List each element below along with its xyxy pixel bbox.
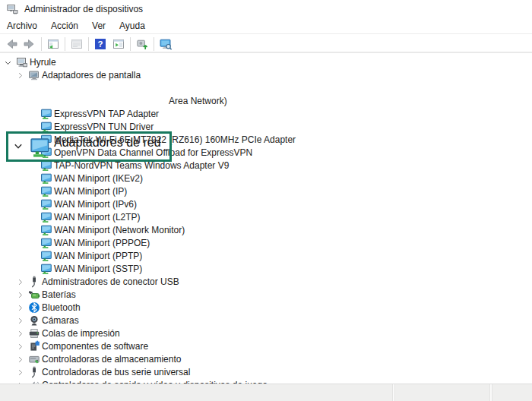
- storage-icon: [28, 353, 40, 365]
- highlight-box-adaptadores-de-red[interactable]: Adaptadores de red: [6, 131, 172, 162]
- tree-item-wan-miniport-pptp[interactable]: WAN Miniport (PPTP): [0, 250, 532, 263]
- chevron-right-icon[interactable]: [16, 368, 24, 377]
- forward-icon: [23, 37, 36, 51]
- device-tree: HyruleAdaptadores de pantallaAdaptadores…: [0, 53, 532, 384]
- tree-item-adaptadores-de-pantalla[interactable]: Adaptadores de pantalla: [0, 69, 532, 82]
- network-adapter-icon: [40, 224, 52, 236]
- toolbar-separator: [154, 37, 154, 51]
- menu-item-accion[interactable]: Acción: [44, 18, 85, 33]
- properties-icon: [70, 37, 84, 51]
- chevron-down-icon[interactable]: [4, 58, 12, 67]
- bottom-strip-divider: [392, 384, 395, 401]
- tree-item-bluetooth[interactable]: Bluetooth: [0, 302, 532, 314]
- tree-item-wan-miniport-ipv6[interactable]: WAN Miniport (IPv6): [0, 198, 532, 211]
- tree-item-label: Bluetooth: [42, 302, 81, 314]
- chevron-right-icon[interactable]: [16, 291, 24, 299]
- show-console-tree-icon: [46, 37, 60, 51]
- help-icon: ?: [93, 37, 107, 51]
- chevron-right-icon[interactable]: [16, 343, 24, 351]
- tree-item-label: WAN Miniport (L2TP): [54, 211, 141, 224]
- toolbar-separator: [88, 37, 89, 51]
- toolbar: ?: [0, 34, 532, 54]
- toolbar-group: [133, 36, 151, 52]
- bluetooth-icon: [28, 302, 40, 314]
- tree-item-wan-miniport-ip[interactable]: WAN Miniport (IP): [0, 185, 532, 198]
- chevron-right-icon[interactable]: [16, 71, 24, 80]
- tree-item-label: WAN Miniport (Network Monitor): [54, 224, 185, 237]
- tree-item-wan-miniport-ikev2[interactable]: WAN Miniport (IKEv2): [0, 172, 532, 185]
- help-button[interactable]: ?: [92, 36, 109, 52]
- battery-icon: [28, 289, 40, 301]
- network-adapter-icon: [40, 250, 52, 262]
- network-adapter-icon: [40, 185, 52, 197]
- tree-item-label: Componentes de software: [42, 340, 148, 353]
- tree-item-wan-miniport-network-monitor[interactable]: WAN Miniport (Network Monitor): [0, 224, 532, 237]
- usb-icon: [28, 276, 40, 288]
- tree-item-label: Baterías: [42, 289, 76, 302]
- device-manager-window: Administrador de dispositivos × ArchivoA…: [0, 0, 532, 401]
- toolbar-group: [157, 36, 175, 52]
- scan-hardware-changes-button[interactable]: [134, 36, 150, 52]
- toolbar-separator: [65, 37, 65, 51]
- tree-item-hyrule[interactable]: Hyrule: [0, 56, 532, 69]
- tree-item-controladoras-de-bus-serie-universal[interactable]: Controladoras de bus serie universal: [0, 366, 532, 379]
- tree-item-label: WAN Miniport (PPTP): [54, 250, 142, 263]
- menu-item-ayuda[interactable]: Ayuda: [112, 18, 152, 33]
- toolbar-separator: [130, 37, 131, 51]
- menu-item-archivo[interactable]: Archivo: [0, 18, 44, 33]
- chevron-right-icon[interactable]: [16, 278, 24, 286]
- tree-item-componentes-de-software[interactable]: Componentes de software: [0, 340, 532, 353]
- tree-item-label: WAN Miniport (IP): [54, 185, 127, 198]
- tree-item-label-partial: Area Network): [169, 95, 227, 108]
- tree-item-controladoras-de-almacenamiento[interactable]: Controladoras de almacenamiento: [0, 353, 532, 366]
- tree-item-camaras[interactable]: Cámaras: [0, 314, 532, 327]
- tree-item-label: Controladoras de bus serie universal: [42, 366, 190, 379]
- tree-item-colas-de-impresion[interactable]: Colas de impresión: [0, 327, 532, 340]
- tree-item-label: Controladoras de almacenamiento: [42, 353, 181, 366]
- tree-item-wan-miniport-pppoe[interactable]: WAN Miniport (PPPOE): [0, 237, 532, 250]
- chevron-right-icon[interactable]: [16, 355, 24, 364]
- tree-item-label: Adaptadores de red: [54, 136, 161, 150]
- svg-text:?: ?: [97, 39, 103, 49]
- usb-icon: [28, 366, 40, 378]
- title-bar: Administrador de dispositivos ×: [0, 0, 532, 18]
- show-action-pane-button[interactable]: [110, 36, 127, 52]
- bottom-strip-divider: [489, 384, 492, 401]
- device-manager-app-icon: [7, 4, 18, 15]
- chevron-right-icon[interactable]: [16, 330, 24, 338]
- back-icon: [5, 37, 18, 51]
- back-button[interactable]: [3, 36, 20, 52]
- tree-item-administradores-de-conector-usb[interactable]: Administradores de conector USB: [0, 276, 532, 289]
- tree-item-wan-miniport-sstp[interactable]: WAN Miniport (SSTP): [0, 263, 532, 276]
- chevron-down-big-icon: [13, 141, 24, 151]
- tree-item-label: WAN Miniport (IPv6): [54, 198, 137, 211]
- tree-item-wan-miniport-l2tp[interactable]: WAN Miniport (L2TP): [0, 211, 532, 224]
- tree-item-label: WAN Miniport (SSTP): [54, 263, 142, 276]
- tree-item-area-network[interactable]: Area Network): [0, 95, 532, 108]
- menu-item-ver[interactable]: Ver: [85, 18, 112, 33]
- chevron-right-icon[interactable]: [16, 304, 24, 312]
- tree-item-label: Colas de impresión: [42, 327, 120, 340]
- tree-item-label: WAN Miniport (PPPOE): [54, 237, 150, 250]
- network-adapter-icon: [40, 108, 52, 120]
- device-manager-button[interactable]: [157, 36, 174, 52]
- network-adapter-icon: [40, 263, 52, 275]
- menu-bar: ArchivoAcciónVerAyuda: [0, 18, 532, 34]
- show-console-tree-button[interactable]: [45, 36, 62, 52]
- window-title: Administrador de dispositivos: [24, 4, 143, 14]
- chevron-right-icon[interactable]: [16, 317, 24, 325]
- display-adapter-icon: [28, 69, 40, 81]
- toolbar-group: [68, 36, 86, 52]
- tree-item-label: Administradores de conector USB: [42, 276, 179, 289]
- forward-button[interactable]: [21, 36, 38, 52]
- toolbar-group: ?: [91, 36, 128, 52]
- tree-item-expressvpn-tap-adapter[interactable]: ExpressVPN TAP Adapter: [0, 108, 532, 121]
- properties-button[interactable]: [68, 36, 85, 52]
- network-adapter-icon: [40, 211, 52, 223]
- tree-item-label: WAN Miniport (IKEv2): [54, 172, 143, 185]
- network-adapter-big-icon: [30, 136, 50, 161]
- tree-item-baterias[interactable]: Baterías: [0, 289, 532, 302]
- network-adapter-icon: [40, 172, 52, 185]
- printer-icon: [28, 327, 40, 339]
- tree-item-label: Cámaras: [42, 314, 79, 327]
